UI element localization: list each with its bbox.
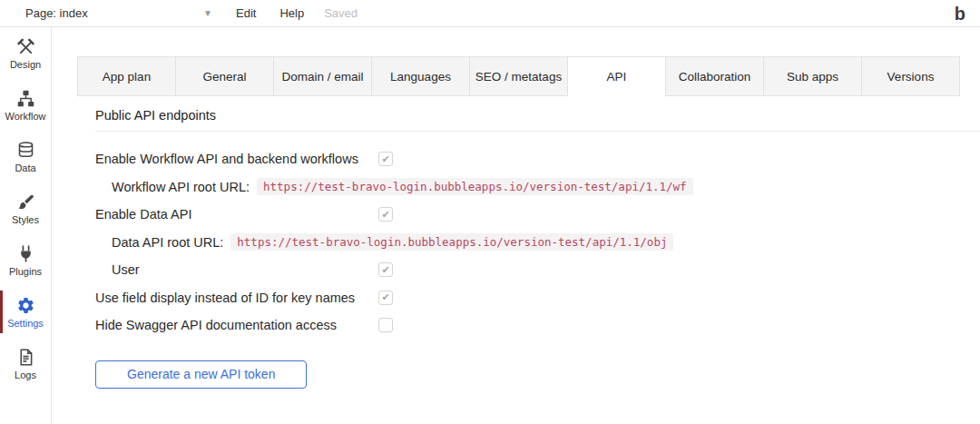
- field-display-label: Use field display instead of ID for key …: [95, 291, 355, 305]
- form-row-workflow-root-url: Workflow API root URL: https://test-brav…: [95, 173, 980, 202]
- tab-label: SEO / metatags: [475, 70, 562, 84]
- saved-status: Saved: [324, 6, 358, 20]
- form-row-data-root-url: Data API root URL: https://test-bravo-lo…: [95, 229, 980, 257]
- generate-api-token-button[interactable]: Generate a new API token: [95, 360, 307, 389]
- tab-label: General: [202, 70, 246, 84]
- data-root-url-label: Data API root URL:: [112, 235, 223, 250]
- settings-tab-bar: App plan General Domain / email Language…: [77, 56, 980, 96]
- workflow-root-url-value: https://test-bravo-login.bubbleapps.io/v…: [257, 178, 693, 195]
- page-selector-dropdown[interactable]: Page: index ▼: [25, 6, 212, 20]
- tab-general[interactable]: General: [175, 56, 274, 96]
- tab-seo-metatags[interactable]: SEO / metatags: [469, 56, 568, 96]
- api-settings-content: Public API endpoints Enable Workflow API…: [77, 108, 980, 389]
- document-icon: [16, 348, 35, 367]
- top-bar: Page: index ▼ Edit Help Saved b: [0, 0, 980, 27]
- form-row-enable-data-api: Enable Data API: [95, 201, 980, 229]
- tab-label: Languages: [390, 70, 451, 84]
- sidebar-item-label: Logs: [15, 370, 36, 380]
- form-row-enable-workflow-api: Enable Workflow API and backend workflow…: [95, 145, 980, 173]
- sidebar-item-logs[interactable]: Logs: [0, 338, 51, 389]
- workflow-root-url-label: Workflow API root URL:: [112, 180, 250, 194]
- tab-app-plan[interactable]: App plan: [77, 56, 176, 96]
- workflow-icon: [16, 89, 35, 108]
- data-root-url-value: https://test-bravo-login.bubbleapps.io/v…: [230, 233, 673, 251]
- tab-domain-email[interactable]: Domain / email: [273, 56, 372, 96]
- bubble-logo[interactable]: b: [955, 5, 965, 23]
- sidebar: Design Workflow Data: [0, 27, 52, 424]
- user-type-checkbox[interactable]: [378, 262, 393, 277]
- main-panel: App plan General Domain / email Language…: [52, 27, 980, 424]
- sidebar-item-design[interactable]: Design: [0, 27, 51, 79]
- enable-workflow-api-label: Enable Workflow API and backend workflow…: [95, 152, 358, 166]
- paintbrush-icon: [16, 192, 35, 212]
- tab-label: Collaboration: [679, 70, 751, 84]
- sidebar-item-plugins[interactable]: Plugins: [0, 234, 51, 286]
- sidebar-item-label: Styles: [12, 214, 39, 225]
- sidebar-item-label: Data: [15, 163, 35, 173]
- enable-data-api-checkbox[interactable]: [378, 207, 393, 222]
- database-icon: [16, 141, 35, 160]
- tab-label: Versions: [887, 70, 935, 84]
- tab-languages[interactable]: Languages: [371, 56, 470, 96]
- tab-label: Domain / email: [281, 70, 363, 84]
- sidebar-item-workflow[interactable]: Workflow: [0, 79, 51, 131]
- tab-versions[interactable]: Versions: [861, 56, 960, 96]
- enable-data-api-label: Enable Data API: [95, 207, 191, 222]
- sidebar-item-styles[interactable]: Styles: [0, 182, 51, 234]
- tab-label: App plan: [103, 70, 151, 84]
- gear-icon: [16, 296, 35, 315]
- chevron-down-icon: ▼: [203, 8, 212, 18]
- menu-help[interactable]: Help: [279, 6, 304, 20]
- form-row-field-display: Use field display instead of ID for key …: [95, 284, 980, 312]
- app-shell: Design Workflow Data: [0, 27, 980, 424]
- sidebar-item-settings[interactable]: Settings: [0, 286, 51, 338]
- sidebar-item-label: Settings: [7, 318, 44, 329]
- user-type-label: User: [112, 262, 140, 277]
- tab-label: API: [607, 70, 627, 84]
- page-selector-label: Page: index: [25, 6, 88, 20]
- menu-edit[interactable]: Edit: [236, 6, 256, 20]
- sidebar-item-label: Workflow: [5, 111, 45, 122]
- tab-label: Sub apps: [787, 70, 838, 84]
- sidebar-item-label: Plugins: [9, 266, 42, 277]
- plug-icon: [16, 244, 35, 263]
- section-title: Public API endpoints: [95, 108, 980, 123]
- form-row-user-type: User: [95, 256, 980, 284]
- tab-api[interactable]: API: [567, 56, 666, 96]
- hide-swagger-checkbox[interactable]: [378, 318, 393, 332]
- sidebar-item-label: Design: [10, 59, 41, 70]
- tab-sub-apps[interactable]: Sub apps: [763, 56, 862, 96]
- hide-swagger-label: Hide Swagger API documentation access: [95, 318, 337, 332]
- enable-workflow-api-checkbox[interactable]: [378, 152, 393, 166]
- form-row-hide-swagger: Hide Swagger API documentation access: [95, 311, 980, 340]
- design-icon: [16, 37, 35, 56]
- section-divider: [95, 131, 980, 132]
- tab-collaboration[interactable]: Collaboration: [665, 56, 764, 96]
- field-display-checkbox[interactable]: [378, 291, 393, 305]
- sidebar-item-data[interactable]: Data: [0, 131, 51, 182]
